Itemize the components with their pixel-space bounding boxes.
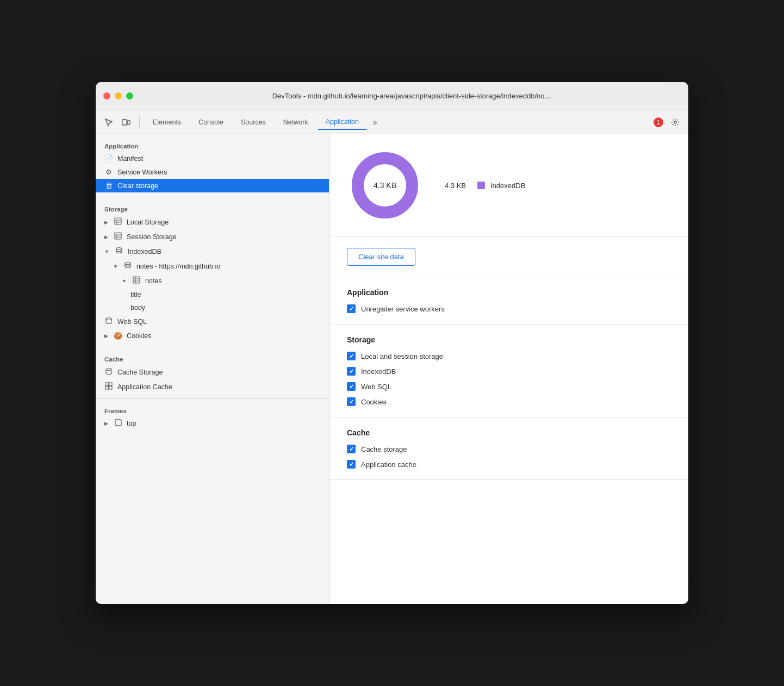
sidebar-item-label: Manifest bbox=[117, 155, 143, 163]
collapse-arrow-icon: ▼ bbox=[122, 278, 127, 284]
svg-point-11 bbox=[116, 248, 122, 250]
sidebar-item-indexeddb[interactable]: ▼ IndexedDB bbox=[96, 244, 329, 259]
checkbox-unregister[interactable] bbox=[347, 304, 356, 313]
local-storage-icon bbox=[114, 217, 122, 227]
traffic-lights bbox=[103, 92, 133, 99]
close-button[interactable] bbox=[103, 92, 110, 99]
error-count-badge[interactable]: 1 bbox=[654, 117, 663, 127]
sidebar-item-service-workers[interactable]: ⚙ Service Workers bbox=[96, 165, 329, 179]
sidebar-item-app-cache[interactable]: Application Cache bbox=[96, 379, 329, 394]
sidebar-item-session-storage[interactable]: ▶ Session Storage bbox=[96, 229, 329, 244]
cookies-icon: 🍪 bbox=[114, 332, 122, 340]
check-item-app-cache: Application cache bbox=[347, 460, 671, 469]
sidebar-item-label: notes bbox=[145, 277, 162, 285]
app-cache-icon bbox=[104, 382, 113, 391]
sidebar-item-local-storage[interactable]: ▶ Local Storage bbox=[96, 215, 329, 229]
frame-icon bbox=[114, 419, 122, 428]
check-label: Application cache bbox=[361, 460, 416, 469]
checkbox-cookies[interactable] bbox=[347, 397, 356, 406]
tab-sources[interactable]: Sources bbox=[233, 115, 273, 129]
check-item-unregister: Unregister service workers bbox=[347, 304, 671, 313]
checkbox-indexeddb[interactable] bbox=[347, 367, 356, 376]
sidebar-section-frames: Frames bbox=[96, 403, 329, 416]
collapse-arrow-icon: ▶ bbox=[104, 220, 108, 225]
manifest-icon: 📄 bbox=[104, 154, 113, 163]
tab-console[interactable]: Console bbox=[191, 115, 231, 129]
svg-rect-3 bbox=[115, 218, 121, 224]
svg-rect-0 bbox=[122, 120, 127, 125]
svg-point-2 bbox=[674, 121, 676, 123]
check-label: Local and session storage bbox=[361, 352, 443, 360]
check-label: Cookies bbox=[361, 398, 387, 406]
settings-icon[interactable] bbox=[668, 115, 683, 130]
minimize-button[interactable] bbox=[115, 92, 122, 99]
sidebar-section-storage: Storage bbox=[96, 202, 329, 215]
sidebar-item-label: body bbox=[130, 304, 145, 311]
cache-storage-icon bbox=[104, 367, 113, 377]
svg-rect-19 bbox=[105, 383, 109, 386]
sidebar-item-label: IndexedDB bbox=[128, 248, 161, 255]
application-section-title: Application bbox=[347, 288, 671, 297]
sidebar-item-cookies[interactable]: ▶ 🍪 Cookies bbox=[96, 329, 329, 342]
more-tabs-icon[interactable]: » bbox=[369, 116, 382, 129]
cache-check-section: Cache Cache storage Application cache bbox=[329, 417, 688, 480]
tab-application[interactable]: Application bbox=[318, 115, 366, 130]
sidebar-item-notes-table[interactable]: ▼ notes bbox=[96, 273, 329, 288]
device-toolbar-icon[interactable] bbox=[119, 115, 134, 130]
application-check-section: Application Unregister service workers bbox=[329, 277, 688, 325]
sidebar-section-application: Application bbox=[96, 139, 329, 152]
maximize-button[interactable] bbox=[126, 92, 133, 99]
sidebar-item-title-field[interactable]: title bbox=[96, 288, 329, 301]
sidebar-item-notes-db[interactable]: ▼ notes - https://mdn.github.io bbox=[96, 259, 329, 273]
sidebar-item-clear-storage[interactable]: 🗑 Clear storage bbox=[96, 179, 329, 192]
tab-network[interactable]: Network bbox=[276, 115, 316, 129]
clear-site-data-button[interactable]: Clear site data bbox=[347, 248, 415, 266]
checkbox-local-session[interactable] bbox=[347, 352, 356, 360]
tab-elements[interactable]: Elements bbox=[145, 115, 189, 129]
indexeddb-icon bbox=[123, 261, 132, 271]
toolbar: Elements Console Sources Network Applica… bbox=[96, 110, 688, 134]
svg-rect-21 bbox=[105, 386, 109, 390]
collapse-arrow-icon: ▶ bbox=[104, 333, 108, 339]
sidebar-item-label: Cookies bbox=[127, 332, 151, 340]
sidebar-item-websql[interactable]: Web SQL bbox=[96, 314, 329, 329]
chart-legend: 4.3 KB IndexedDB bbox=[445, 182, 525, 190]
clear-site-data-section: Clear site data bbox=[329, 237, 688, 277]
svg-point-17 bbox=[106, 318, 111, 320]
sidebar-item-label: Session Storage bbox=[127, 233, 177, 241]
checkbox-app-cache[interactable] bbox=[347, 460, 356, 469]
checkbox-cache-storage[interactable] bbox=[347, 445, 356, 453]
sidebar-item-label: top bbox=[127, 420, 136, 427]
sidebar-item-label: Service Workers bbox=[117, 169, 167, 176]
sidebar-item-top-frame[interactable]: ▶ top bbox=[96, 416, 329, 431]
sidebar-item-label: Cache Storage bbox=[117, 369, 163, 376]
cache-section-title: Cache bbox=[347, 428, 671, 437]
toolbar-right: 1 bbox=[654, 115, 683, 130]
check-item-cache-storage: Cache storage bbox=[347, 445, 671, 453]
session-storage-icon bbox=[114, 232, 122, 241]
svg-rect-20 bbox=[109, 383, 113, 386]
svg-rect-23 bbox=[115, 420, 121, 426]
content-panel: 4.3 KB 4.3 KB IndexedDB Clear site data … bbox=[329, 134, 688, 604]
sidebar-divider-3 bbox=[96, 398, 329, 399]
check-label: Cache storage bbox=[361, 445, 407, 453]
legend-size: 4.3 KB bbox=[445, 182, 472, 190]
check-item-indexeddb: IndexedDB bbox=[347, 367, 671, 376]
sidebar-item-label: Web SQL bbox=[117, 318, 147, 326]
donut-center-label: 4.3 KB bbox=[374, 181, 396, 190]
sidebar-item-body-field[interactable]: body bbox=[96, 301, 329, 314]
collapse-arrow-icon: ▼ bbox=[113, 264, 118, 269]
sidebar-item-manifest[interactable]: 📄 Manifest bbox=[96, 152, 329, 165]
sidebar-item-label: title bbox=[130, 291, 141, 298]
sidebar-item-cache-storage[interactable]: Cache Storage bbox=[96, 365, 329, 379]
checkbox-websql[interactable] bbox=[347, 382, 356, 391]
sidebar-item-label: Application Cache bbox=[117, 383, 172, 391]
check-label: IndexedDB bbox=[361, 367, 396, 376]
storage-section-title: Storage bbox=[347, 335, 671, 344]
donut-chart: 4.3 KB bbox=[347, 147, 423, 223]
svg-rect-22 bbox=[109, 386, 113, 390]
check-item-cookies: Cookies bbox=[347, 397, 671, 406]
inspect-element-icon[interactable] bbox=[101, 115, 116, 130]
sidebar-section-cache: Cache bbox=[96, 352, 329, 365]
sidebar-item-label: notes - https://mdn.github.io bbox=[136, 263, 220, 270]
